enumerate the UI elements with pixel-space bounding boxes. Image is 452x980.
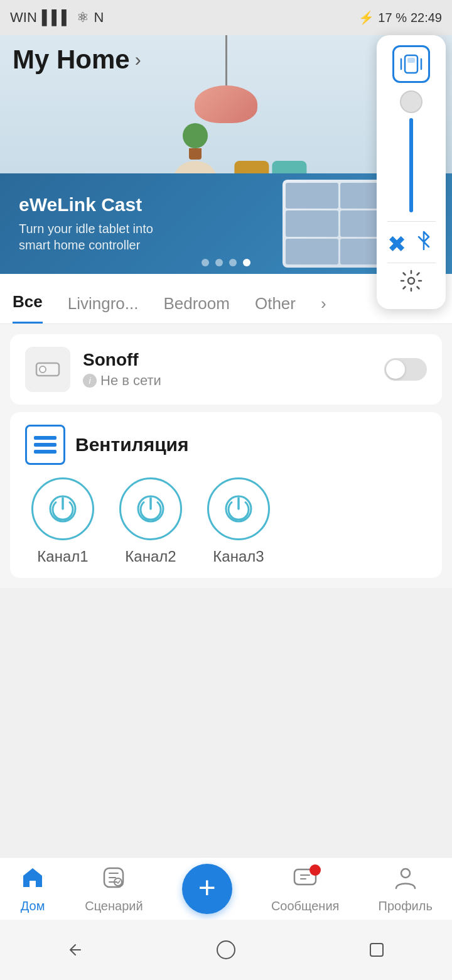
- home-nav-label: Дом: [21, 899, 45, 913]
- status-bar: WIN ▌▌▌ ⚛ N ⚡ 17 % 22:49: [0, 0, 452, 35]
- channel-3-power-button[interactable]: [207, 477, 270, 540]
- svg-point-1: [40, 366, 46, 373]
- ventilation-card[interactable]: Вентиляция Канал1: [10, 412, 442, 578]
- home-button[interactable]: [207, 931, 245, 969]
- channel-2-label: Канал2: [125, 548, 176, 565]
- signal-icon: ▌▌▌: [42, 9, 72, 26]
- messages-nav-label: Сообщения: [271, 899, 340, 913]
- battery-text: 17 %: [378, 11, 407, 25]
- svg-rect-12: [407, 58, 415, 63]
- channel-3-label: Канал3: [213, 548, 264, 565]
- wifi-icon: ⚛: [77, 9, 89, 26]
- channel-1-power-button[interactable]: [31, 477, 94, 540]
- nav-profile[interactable]: Профиль: [379, 864, 433, 913]
- bluetooth-icon[interactable]: ✖: [387, 229, 435, 258]
- home-nav-icon: [19, 869, 46, 896]
- devices-area: Sonoff i Не в сети: [0, 324, 452, 588]
- scenarios-nav-label: Сценарий: [85, 899, 143, 913]
- scenarios-nav-icon: [100, 864, 127, 896]
- status-left: WIN ▌▌▌ ⚛ N: [10, 9, 104, 26]
- nav-add[interactable]: +: [182, 864, 232, 914]
- svg-point-19: [401, 869, 410, 878]
- carrier-text: WIN: [10, 9, 37, 26]
- message-badge: [309, 864, 321, 876]
- svg-point-15: [408, 278, 414, 284]
- settings-icon[interactable]: [399, 268, 424, 299]
- svg-rect-3: [34, 443, 56, 447]
- separator-1: [387, 221, 436, 222]
- add-icon: +: [198, 873, 216, 903]
- banner-dots: [202, 259, 250, 266]
- chevron-right-icon: ›: [135, 49, 141, 70]
- time-text: 22:49: [411, 11, 442, 25]
- nav-messages[interactable]: Сообщения: [271, 864, 340, 913]
- volume-knob[interactable]: [400, 90, 422, 113]
- popup-panel: ✖: [377, 35, 446, 309]
- channel-3[interactable]: Канал3: [207, 477, 270, 565]
- svg-point-20: [217, 941, 235, 959]
- dot-2: [215, 259, 223, 266]
- svg-rect-21: [370, 944, 383, 956]
- channels-list: Канал1 Канал2: [25, 477, 427, 565]
- toggle-knob: [386, 360, 405, 379]
- info-icon: i: [83, 374, 97, 388]
- bluetooth-status-icon: ⚡: [358, 10, 374, 25]
- home-title[interactable]: My Home ›: [13, 45, 141, 75]
- ventilation-icon: [25, 425, 65, 465]
- sonoff-status: i Не в сети: [83, 373, 384, 389]
- system-nav: [0, 920, 452, 980]
- sonoff-name: Sonoff: [83, 350, 384, 370]
- nav-home[interactable]: Дом: [19, 864, 46, 913]
- sonoff-card[interactable]: Sonoff i Не в сети: [10, 334, 442, 405]
- nav-scenarios[interactable]: Сценарий: [85, 864, 143, 913]
- svg-rect-4: [34, 450, 56, 454]
- sonoff-toggle[interactable]: [384, 358, 427, 381]
- tab-more[interactable]: ›: [321, 294, 326, 324]
- home-title-text: My Home: [13, 45, 130, 75]
- dot-4-active: [243, 259, 250, 266]
- channel-1-label: Канал1: [37, 548, 88, 565]
- status-right: ⚡ 17 % 22:49: [358, 10, 442, 25]
- tab-livingroom[interactable]: Livingro...: [68, 294, 139, 324]
- banner-subtitle: Turn your idle tablet intosmart home con…: [19, 220, 153, 253]
- nfc-icon: N: [94, 9, 104, 26]
- dot-1: [202, 259, 209, 266]
- sonoff-icon: [25, 347, 70, 392]
- main-content: Все Livingro... Bedroom Other › Sonoff i: [0, 274, 452, 588]
- add-button[interactable]: +: [182, 864, 232, 914]
- back-button[interactable]: [56, 931, 94, 969]
- bottom-nav: Дом Сценарий + Сообщения: [0, 857, 452, 920]
- channel-1[interactable]: Канал1: [31, 477, 94, 565]
- volume-slider[interactable]: [400, 90, 422, 216]
- lamp-decoration: [195, 35, 257, 123]
- sonoff-status-text: Не в сети: [100, 373, 161, 389]
- volume-track: [409, 118, 413, 212]
- profile-nav-label: Профиль: [379, 899, 433, 913]
- dot-3: [229, 259, 237, 266]
- channel-2-power-button[interactable]: [119, 477, 182, 540]
- sonoff-text-area: Sonoff i Не в сети: [70, 350, 384, 389]
- vibrate-icon: [392, 45, 430, 83]
- banner-text-area: eWeLink Cast Turn your idle tablet intos…: [0, 182, 172, 266]
- separator-2: [387, 263, 436, 263]
- tab-other[interactable]: Other: [255, 294, 296, 324]
- banner-title: eWeLink Cast: [19, 194, 153, 215]
- profile-nav-icon: [392, 864, 419, 896]
- recents-button[interactable]: [358, 931, 396, 969]
- ventilation-name: Вентиляция: [75, 434, 189, 455]
- tab-bedroom[interactable]: Bedroom: [163, 294, 230, 324]
- svg-rect-2: [34, 436, 56, 440]
- channel-2[interactable]: Канал2: [119, 477, 182, 565]
- tab-all[interactable]: Все: [13, 292, 43, 324]
